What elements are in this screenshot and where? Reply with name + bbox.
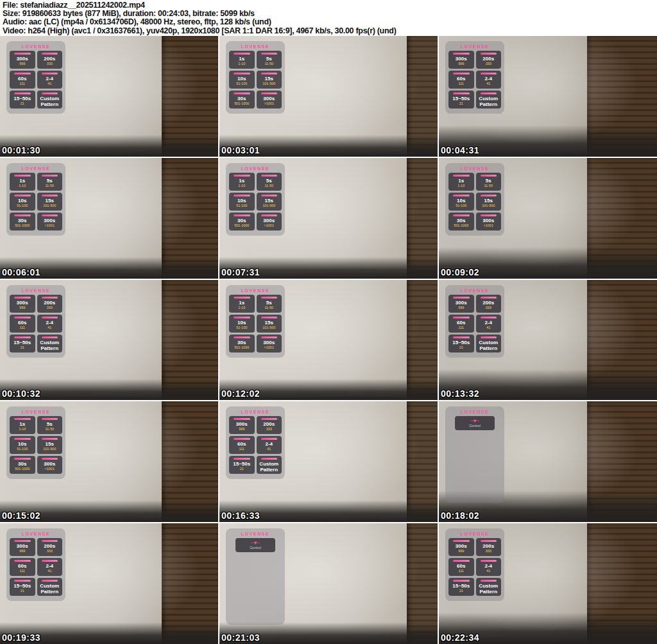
timestamp-label: 00:04:31 xyxy=(441,145,479,155)
tile-token-range: 333 xyxy=(477,306,501,310)
video-thumbnail[interactable]: 00:21:03 LOVENSE ~♥~ Control xyxy=(219,523,438,644)
tip-menu-tile: 15~50s21 xyxy=(10,335,35,352)
tile-level-bar xyxy=(453,53,470,55)
timestamp-label: 00:01:30 xyxy=(2,145,40,155)
tip-menu-tile: 10s51-100 xyxy=(10,193,35,211)
tile-token-range: 999 xyxy=(449,306,474,310)
timestamp-label: 00:13:32 xyxy=(441,388,479,399)
tip-menu-tile: 15s101-500 xyxy=(37,436,63,454)
tile-level-bar xyxy=(42,92,58,94)
tile-level-bar xyxy=(481,195,497,196)
tile-token-range: 333 xyxy=(477,62,501,66)
tile-duration: 30s xyxy=(10,218,35,223)
tile-token-range: 1-10 xyxy=(230,62,254,66)
tile-token-range: 101-500 xyxy=(257,204,282,208)
tile-token-range: 999 xyxy=(10,549,35,553)
tile-duration: 2-4 xyxy=(257,441,282,447)
tip-menu-tile: 10s51-100 xyxy=(229,71,255,89)
tip-menu-tiles: 300s999200s33360s1112-44115~50s21Custom … xyxy=(10,538,62,596)
tile-token-range: >1001 xyxy=(38,223,62,228)
video-thumbnail[interactable]: 00:13:32 LOVENSE 300s999200s33360s1112-4… xyxy=(439,280,657,401)
tile-duration: 300s xyxy=(257,96,282,101)
video-thumbnail[interactable]: 00:07:31 LOVENSE 1s1-105s11-5010s51-1001… xyxy=(219,158,438,279)
tip-menu-tile: 300s>1001 xyxy=(257,91,282,109)
tile-level-bar xyxy=(453,214,470,216)
tile-duration: Custom Pattern xyxy=(38,340,62,351)
tile-token-range: 101-500 xyxy=(477,204,501,208)
tile-token-range: 501-1000 xyxy=(230,223,254,228)
video-thumbnail[interactable]: 00:16:33 LOVENSE 300s999200s33360s1112-4… xyxy=(219,401,438,522)
tile-level-bar xyxy=(261,53,278,55)
tile-token-range: 21 xyxy=(449,589,474,593)
tile-duration: 5s xyxy=(257,300,282,306)
tip-menu-tile: 10s51-100 xyxy=(229,315,255,333)
video-thumbnail[interactable]: 00:01:30 LOVENSE 300s999200s33360s1112-4… xyxy=(0,36,218,157)
tile-duration: 60s xyxy=(449,563,474,569)
video-thumbnail[interactable]: 00:03:01 LOVENSE 1s1-105s11-5010s51-1001… xyxy=(219,36,438,157)
tile-token-range: 1-10 xyxy=(10,427,35,431)
tile-duration: Custom Pattern xyxy=(257,461,282,473)
tile-token-range: 21 xyxy=(449,101,474,106)
tip-menu-tile: 5s11-50 xyxy=(257,51,282,69)
tile-duration: 200s xyxy=(38,56,62,62)
tile-level-bar xyxy=(453,73,470,74)
video-thumbnail[interactable]: 00:18:02 LOVENSE ~♥~ Control xyxy=(439,401,657,522)
tile-level-bar xyxy=(234,214,250,216)
tile-token-range: 501-1000 xyxy=(10,467,35,471)
timestamp-label: 00:18:02 xyxy=(441,510,479,521)
video-thumbnail[interactable]: 00:22:34 LOVENSE 300s999200s33360s1112-4… xyxy=(439,523,657,644)
tip-menu-tiles: 1s1-105s11-5010s51-10015s101-50030s501-1… xyxy=(10,173,62,231)
video-thumbnail[interactable]: 00:10:32 LOVENSE 300s999200s33360s1112-4… xyxy=(0,280,218,401)
tip-menu-tile: 200s333 xyxy=(476,295,502,313)
video-thumbnail[interactable]: 00:04:31 LOVENSE 300s999200s33360s1112-4… xyxy=(439,36,657,157)
lovense-control-overlay: LOVENSE ~♥~ Control xyxy=(226,528,285,625)
tip-menu-tile: 1s1-10 xyxy=(229,51,255,69)
tile-duration: 200s xyxy=(477,543,501,549)
tile-level-bar xyxy=(481,73,497,74)
tip-menu-tile: 1s1-10 xyxy=(229,295,255,313)
video-thumbnail[interactable]: 00:15:02 LOVENSE 1s1-105s11-5010s51-1001… xyxy=(0,401,218,522)
tile-duration: 200s xyxy=(477,56,501,62)
tip-menu-tile: 5s11-50 xyxy=(476,173,502,191)
lovense-title: LOVENSE xyxy=(10,166,62,171)
tile-level-bar xyxy=(481,92,497,94)
tip-menu-tile: 200s333 xyxy=(37,51,63,69)
tile-token-range: 1-10 xyxy=(10,184,35,188)
tile-level-bar xyxy=(234,438,250,440)
tile-duration: 300s xyxy=(38,218,62,223)
tile-level-bar xyxy=(261,458,278,460)
tile-token-range: >1001 xyxy=(257,223,282,228)
tile-level-bar xyxy=(42,418,58,420)
tile-duration: 10s xyxy=(230,320,254,326)
tile-duration: 30s xyxy=(10,461,35,467)
tile-level-bar xyxy=(261,195,278,196)
tip-menu-tile: 300s999 xyxy=(448,51,474,69)
tile-duration: 5s xyxy=(38,178,62,184)
video-thumbnail[interactable]: 00:19:33 LOVENSE 300s999200s33360s1112-4… xyxy=(0,523,218,644)
video-thumbnail[interactable]: 00:12:02 LOVENSE 1s1-105s11-5010s51-1001… xyxy=(219,280,438,401)
tip-menu-tile: 15~50s21 xyxy=(448,91,474,109)
tile-level-bar xyxy=(234,336,250,338)
tile-level-bar xyxy=(261,73,278,74)
tile-duration: 15~50s xyxy=(10,340,35,345)
tile-level-bar xyxy=(261,418,278,420)
timestamp-label: 00:21:03 xyxy=(221,632,260,643)
control-tile-label: Control xyxy=(237,546,274,550)
tip-menu-tile: 300s999 xyxy=(448,295,474,313)
tile-token-range: 41 xyxy=(38,569,62,573)
video-thumbnail[interactable]: 00:06:01 LOVENSE 1s1-105s11-5010s51-1001… xyxy=(0,158,218,279)
tile-level-bar xyxy=(14,195,31,196)
tile-token-range: 101-500 xyxy=(38,447,62,451)
tip-menu-tile: Custom Pattern xyxy=(37,335,63,352)
tile-level-bar xyxy=(234,175,250,177)
tile-duration: 10s xyxy=(10,198,35,204)
video-thumbnail[interactable]: 00:09:02 LOVENSE 1s1-105s11-5010s51-1001… xyxy=(439,158,657,279)
tile-level-bar xyxy=(481,214,497,216)
tile-duration: 30s xyxy=(230,96,254,101)
tip-menu-tile: 30s501-1000 xyxy=(229,213,255,231)
tile-token-range: 101-500 xyxy=(38,204,62,208)
lovense-title: LOVENSE xyxy=(10,410,62,414)
tile-duration: 15~50s xyxy=(449,96,474,101)
tile-level-bar xyxy=(234,195,250,196)
tip-menu-tile: 15~50s21 xyxy=(448,578,474,596)
